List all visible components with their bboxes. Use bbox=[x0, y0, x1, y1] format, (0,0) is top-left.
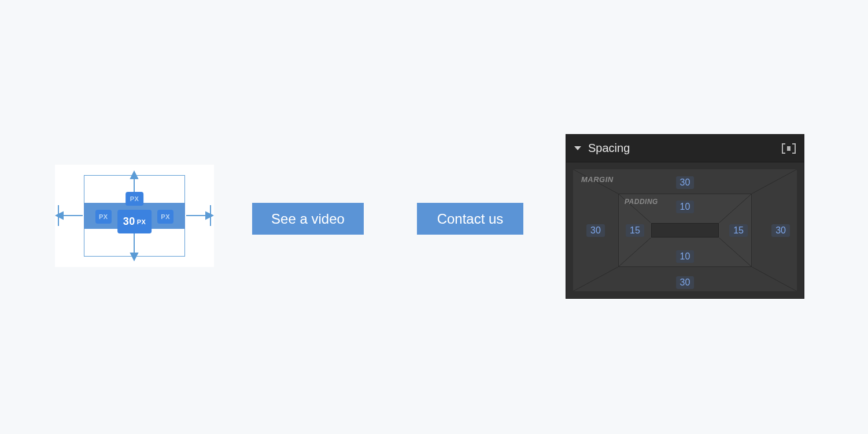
padding-left-input[interactable]: 15 bbox=[626, 224, 644, 237]
margin-badge-top[interactable]: PX bbox=[125, 192, 144, 206]
padding-top-input[interactable]: 10 bbox=[676, 201, 695, 213]
padding-label: PADDING bbox=[625, 198, 658, 206]
panel-header[interactable]: Spacing bbox=[566, 135, 804, 162]
unit-label: PX bbox=[130, 195, 139, 202]
expand-icon[interactable] bbox=[782, 143, 796, 154]
margin-badge-value[interactable]: 30 PX bbox=[117, 210, 152, 233]
design-canvas[interactable]: PX 30 PX PX PX See a video Contact us Sp… bbox=[0, 0, 868, 434]
svg-marker-3 bbox=[131, 253, 138, 260]
padding-bottom-input[interactable]: 10 bbox=[676, 250, 695, 263]
padding-box: PADDING 10 10 15 15 bbox=[618, 194, 752, 267]
box-model: MARGIN 30 30 30 30 PADDING 10 10 bbox=[573, 169, 797, 291]
svg-line-12 bbox=[573, 267, 618, 291]
svg-marker-5 bbox=[56, 212, 63, 219]
margin-bottom-input[interactable]: 30 bbox=[676, 276, 695, 289]
margin-badge-right[interactable]: PX bbox=[157, 210, 173, 224]
content-box bbox=[651, 223, 719, 238]
unit-label: PX bbox=[137, 218, 146, 225]
margin-label: MARGIN bbox=[581, 175, 614, 184]
svg-marker-1 bbox=[131, 172, 138, 179]
svg-line-11 bbox=[752, 169, 797, 194]
padding-right-input[interactable]: 15 bbox=[729, 224, 748, 237]
panel-body: MARGIN 30 30 30 30 PADDING 10 10 bbox=[566, 162, 804, 298]
canvas-button-video[interactable]: See a video bbox=[252, 203, 364, 235]
margin-left-input[interactable]: 30 bbox=[586, 224, 605, 237]
panel-title: Spacing bbox=[588, 142, 782, 155]
svg-line-16 bbox=[619, 238, 651, 266]
svg-line-13 bbox=[752, 267, 797, 291]
svg-line-17 bbox=[719, 238, 751, 266]
margin-right-input[interactable]: 30 bbox=[771, 224, 790, 237]
margin-badge-left[interactable]: PX bbox=[95, 210, 112, 224]
unit-label: PX bbox=[99, 213, 108, 220]
button-label: Contact us bbox=[437, 211, 504, 227]
margin-value: 30 bbox=[123, 216, 135, 228]
svg-marker-8 bbox=[206, 212, 213, 219]
svg-line-15 bbox=[719, 194, 751, 222]
collapse-icon[interactable] bbox=[574, 146, 581, 150]
selected-element[interactable]: PX 30 PX PX PX bbox=[55, 165, 214, 267]
spacing-panel: Spacing MARGIN 30 30 30 30 bbox=[566, 134, 804, 299]
unit-label: PX bbox=[161, 213, 170, 220]
margin-top-input[interactable]: 30 bbox=[676, 176, 695, 189]
button-label: See a video bbox=[271, 211, 345, 227]
canvas-button-contact[interactable]: Contact us bbox=[417, 203, 523, 235]
